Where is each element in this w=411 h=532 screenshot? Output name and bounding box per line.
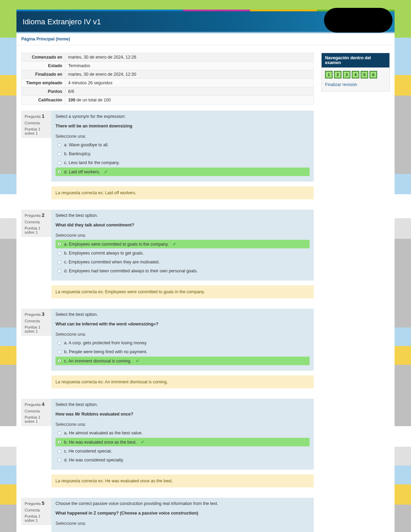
main-content-row: Comenzado enmartes, 30 de enero de 2024,… <box>16 45 395 532</box>
question-stem: How was Mr Robbins evaluated once? <box>55 412 310 417</box>
question-prompt: Select the best option. <box>55 213 310 218</box>
question-2: Pregunta 2CorrectaPuntúa 1 sobre 1Select… <box>21 210 314 298</box>
option-row[interactable]: a. He almost evaluated as the best value… <box>55 429 310 437</box>
page-outer: Idioma Extranjero IV v1 Página Principal… <box>0 0 411 532</box>
question-label: Pregunta <box>25 213 41 218</box>
option-row[interactable]: a. Wave goodbye to all. <box>55 141 310 149</box>
question-content: Select the best option.What did they tal… <box>51 210 314 281</box>
redaction-blob <box>324 8 393 33</box>
question-number: 5 <box>42 500 45 506</box>
question-content: Select the best option.What can be infer… <box>51 309 314 371</box>
option-row[interactable]: d. Employees had been committed always t… <box>55 267 310 275</box>
radio-icon <box>58 143 61 147</box>
select-one-label: Seleccione una: <box>55 233 310 238</box>
radio-icon <box>58 242 61 246</box>
radio-icon <box>58 269 61 273</box>
radio-icon <box>58 152 61 156</box>
radio-icon <box>58 251 61 255</box>
option-row[interactable]: c. He considered special. <box>55 447 310 455</box>
option-text: b. People were being fired with no payme… <box>64 349 147 354</box>
question-1: Pregunta 1CorrectaPuntúa 1 sobre 1Select… <box>21 111 314 199</box>
option-row[interactable]: d. Laid off workers.✓ <box>55 168 310 176</box>
question-content: Select a synonym for the expression:Ther… <box>51 111 314 182</box>
question-info: Pregunta 2CorrectaPuntúa 1 sobre 1 <box>21 210 51 237</box>
question-prompt: Choose the correct passive voice constru… <box>55 501 310 506</box>
radio-icon <box>58 170 61 174</box>
question-label: Pregunta <box>25 312 41 317</box>
question-status: Correcta <box>25 409 48 413</box>
decorative-stripes-right <box>395 0 411 532</box>
summary-value: martes, 30 de enero de 2024, 12:30 <box>65 70 314 79</box>
page-container: Idioma Extranjero IV v1 Página Principal… <box>16 10 395 532</box>
option-text: b. Bankruptcy. <box>64 151 91 156</box>
option-row[interactable]: d. He was considered specialty. <box>55 456 310 464</box>
question-feedback: La respuesta correcta es: An imminent di… <box>51 375 314 388</box>
breadcrumb: Página Principal (home) <box>16 33 395 45</box>
question-grade: Puntúa 1 sobre 1 <box>25 325 48 333</box>
check-icon: ✓ <box>104 169 108 174</box>
summary-value: 6/6 <box>65 87 314 96</box>
quiz-nav-item-6[interactable]: 6 <box>370 71 377 78</box>
question-number: 1 <box>42 113 45 119</box>
option-text: a. Employees were committed to goals in … <box>64 242 169 247</box>
radio-icon <box>58 431 61 435</box>
summary-label: Finalizado en <box>22 70 65 79</box>
option-row[interactable]: c. Less land for the company. <box>55 159 310 167</box>
summary-value: 4 minutos 26 segundos <box>65 79 314 87</box>
option-row[interactable]: b. People were being fired with no payme… <box>55 348 310 356</box>
question-content: Choose the correct passive voice constru… <box>51 498 314 532</box>
option-row[interactable]: b. Employees commit always to get goals. <box>55 249 310 257</box>
question-status: Correcta <box>25 121 48 125</box>
quiz-nav-item-5[interactable]: 5 <box>361 71 368 78</box>
breadcrumb-home-link[interactable]: Página Principal (home) <box>21 37 70 41</box>
question-info: Pregunta 4CorrectaPuntúa 1 sobre 1 <box>21 399 51 426</box>
question-feedback: La respuesta correcta es: Laid off worke… <box>51 186 314 199</box>
quiz-nav-item-2[interactable]: 2 <box>334 71 341 78</box>
summary-label: Comenzado en <box>22 53 65 62</box>
question-number: 4 <box>42 401 45 407</box>
finish-review-link[interactable]: Finalizar revisión <box>325 82 357 87</box>
option-text: c. Employees committed when they are mot… <box>64 260 160 264</box>
option-text: a. A corp. gets protected from losing mo… <box>64 341 147 345</box>
radio-icon <box>58 260 61 264</box>
course-header: Idioma Extranjero IV v1 <box>16 11 395 32</box>
select-one-label: Seleccione una: <box>55 422 310 427</box>
question-prompt: Select the best option. <box>55 402 310 407</box>
summary-label: Calificación <box>22 96 65 104</box>
question-label: Pregunta <box>25 502 41 506</box>
option-text: b. Employees commit always to get goals. <box>64 251 144 256</box>
radio-icon <box>58 161 61 165</box>
option-text: d. Employees had been committed always t… <box>64 269 198 273</box>
quiz-nav-item-4[interactable]: 4 <box>352 71 359 78</box>
summary-value: Terminados <box>65 62 314 70</box>
option-row[interactable]: b. Bankruptcy. <box>55 150 310 158</box>
radio-icon <box>58 359 61 363</box>
quiz-nav-item-3[interactable]: 3 <box>343 71 350 78</box>
option-row[interactable]: a. Employees were committed to goals in … <box>55 240 310 248</box>
quiz-nav-item-1[interactable]: 1 <box>325 71 333 78</box>
question-prompt: Select the best option. <box>55 312 310 317</box>
quiz-nav-title: Navegación dentro del examen <box>322 53 389 67</box>
question-4: Pregunta 4CorrectaPuntúa 1 sobre 1Select… <box>21 399 314 487</box>
option-row[interactable]: c. Employees committed when they are mot… <box>55 258 310 266</box>
radio-icon <box>58 458 61 462</box>
option-text: d. Laid off workers. <box>64 170 100 174</box>
question-stem: What can be inferred with the word «down… <box>55 322 310 326</box>
select-one-label: Seleccione una: <box>55 134 310 139</box>
question-number: 3 <box>42 311 45 317</box>
check-icon: ✓ <box>136 358 139 363</box>
quiz-review-column: Comenzado enmartes, 30 de enero de 2024,… <box>21 53 314 532</box>
check-icon: ✓ <box>173 242 176 247</box>
summary-value: martes, 30 de enero de 2024, 12:26 <box>65 53 314 62</box>
question-label: Pregunta <box>25 114 41 119</box>
option-row[interactable]: b. He was evaluated once as the best.✓ <box>55 438 310 446</box>
question-status: Correcta <box>25 220 48 224</box>
question-grade: Puntúa 1 sobre 1 <box>25 226 48 234</box>
option-row[interactable]: a. A corp. gets protected from losing mo… <box>55 339 310 347</box>
question-label: Pregunta <box>25 403 41 407</box>
option-text: a. He almost evaluated as the best value… <box>64 431 142 435</box>
question-info: Pregunta 3CorrectaPuntúa 1 sobre 1 <box>21 309 51 336</box>
option-row[interactable]: c. An imminent dismissal is coming.✓ <box>55 357 310 365</box>
question-feedback: La respuesta correcta es: Employees were… <box>51 285 314 298</box>
option-text: d. He was considered specialty. <box>64 458 124 462</box>
